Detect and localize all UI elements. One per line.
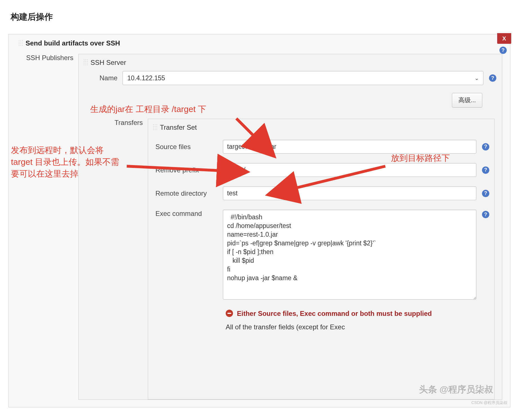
advanced-button[interactable]: 高级... bbox=[452, 93, 482, 108]
transfers-label: Transfers bbox=[83, 119, 148, 400]
drag-handle-icon[interactable] bbox=[153, 124, 158, 131]
ssh-publishers-label: SSH Publishers bbox=[14, 54, 78, 62]
chevron-down-icon: ⌄ bbox=[474, 75, 479, 81]
transfer-set-panel: Transfer Set Source files ? Remove prefi… bbox=[148, 119, 495, 400]
exec-command-label: Exec command bbox=[153, 210, 223, 218]
watermark-headline: 头条 @程序员柒叔 bbox=[419, 384, 493, 396]
remote-directory-input[interactable] bbox=[223, 186, 476, 200]
remote-directory-label: Remote directory bbox=[153, 190, 223, 197]
drag-handle-icon[interactable] bbox=[83, 59, 88, 66]
remove-prefix-label: Remove prefix bbox=[153, 166, 223, 174]
watermark-csdn: CSDN @程序员柒叔 bbox=[471, 400, 507, 405]
remove-prefix-input[interactable] bbox=[223, 163, 476, 177]
ssh-server-name-value: 10.4.122.155 bbox=[127, 74, 165, 82]
validation-error: Either Source files, Exec command or bot… bbox=[226, 309, 476, 318]
help-icon[interactable]: ? bbox=[499, 47, 507, 54]
help-icon[interactable]: ? bbox=[482, 190, 489, 197]
error-icon bbox=[226, 310, 233, 317]
ssh-server-label: SSH Server bbox=[90, 59, 126, 67]
error-text: Either Source files, Exec command or bot… bbox=[237, 309, 432, 318]
name-label: Name bbox=[83, 74, 123, 82]
exec-command-textarea[interactable] bbox=[223, 210, 476, 300]
close-button[interactable]: X bbox=[497, 33, 511, 44]
source-files-input[interactable] bbox=[223, 140, 476, 154]
section-title: Send build artifacts over SSH bbox=[26, 39, 120, 47]
help-icon[interactable]: ? bbox=[482, 143, 489, 150]
source-files-label: Source files bbox=[153, 143, 223, 151]
post-build-step-panel: X ? Send build artifacts over SSH SSH Pu… bbox=[8, 34, 510, 407]
page-title: 构建后操作 bbox=[0, 0, 516, 31]
help-icon[interactable]: ? bbox=[482, 211, 489, 218]
drag-handle-icon[interactable] bbox=[18, 40, 23, 47]
ssh-server-name-select[interactable]: 10.4.122.155 ⌄ bbox=[123, 71, 483, 85]
help-icon[interactable]: ? bbox=[489, 74, 496, 82]
ssh-publishers-panel: SSH Server Name 10.4.122.155 ⌄ ? 高级... T… bbox=[78, 54, 502, 400]
help-icon[interactable]: ? bbox=[482, 166, 489, 174]
transfer-set-label: Transfer Set bbox=[160, 124, 197, 131]
transfer-fields-note: All of the transfer fields (except for E… bbox=[226, 323, 489, 331]
